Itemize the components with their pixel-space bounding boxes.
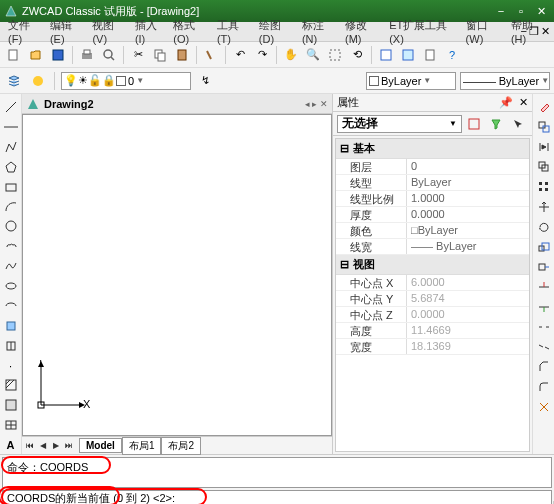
layer-manager-button[interactable] [4,71,24,91]
selection-combo[interactable]: 无选择 ▼ [337,115,462,133]
mdi-minimize-button[interactable]: − [521,25,527,38]
point-button[interactable]: · [2,357,20,375]
prop-layer-value[interactable]: 0 [406,159,529,174]
array-button[interactable] [535,178,553,196]
chamfer-button[interactable] [535,358,553,376]
prop-linetype-value[interactable]: ByLayer [406,175,529,190]
color-combo[interactable]: ByLayer ▼ [366,72,456,90]
region-button[interactable] [2,396,20,414]
fillet-button[interactable] [535,378,553,396]
cut-button[interactable]: ✂ [128,45,148,65]
explode-button[interactable] [535,398,553,416]
prop-lineweight-value[interactable]: —— ByLayer [406,239,529,254]
rect-button[interactable] [2,178,20,196]
menu-modify[interactable]: 修改(M) [341,16,385,47]
new-button[interactable] [4,45,24,65]
mtext-button[interactable]: A [2,436,20,454]
drawing-tab-controls[interactable]: ◂ ▸ ✕ [305,99,328,109]
tab-next-button[interactable]: ▶ [50,439,62,453]
stretch-button[interactable] [535,258,553,276]
tab-model[interactable]: Model [79,438,122,453]
quick-select-button[interactable] [486,114,506,134]
trim-button[interactable] [535,278,553,296]
print-button[interactable] [77,45,97,65]
select-objects-button[interactable] [508,114,528,134]
offset-button[interactable] [535,158,553,176]
properties-close-button[interactable]: ✕ [519,96,528,109]
join-button[interactable] [535,338,553,356]
mdi-close-button[interactable]: ✕ [541,25,550,38]
mdi-restore-button[interactable]: ❐ [529,25,539,38]
polygon-button[interactable] [2,158,20,176]
block-button[interactable] [2,337,20,355]
circle-button[interactable] [2,217,20,235]
menu-draw[interactable]: 绘图(D) [255,16,298,47]
menu-edit[interactable]: 编辑(E) [46,16,88,47]
toggle-pai-button[interactable] [464,114,484,134]
preview-button[interactable] [99,45,119,65]
zoom-prev-button[interactable]: ⟲ [347,45,367,65]
hatch-button[interactable] [2,376,20,394]
prop-thickness-value[interactable]: 0.0000 [406,207,529,222]
menu-view[interactable]: 视图(V) [88,16,130,47]
erase-button[interactable] [535,98,553,116]
copy-button[interactable] [150,45,170,65]
table-button[interactable] [2,416,20,434]
ellipse-arc-button[interactable] [2,297,20,315]
save-button[interactable] [48,45,68,65]
copy2-button[interactable] [535,118,553,136]
extend-button[interactable] [535,298,553,316]
prop-group-view[interactable]: ⊟视图 [336,255,529,275]
properties-pin-button[interactable]: 📌 [499,96,513,109]
move-button[interactable] [535,198,553,216]
arc-button[interactable] [2,197,20,215]
undo-button[interactable]: ↶ [230,45,250,65]
break-button[interactable] [535,318,553,336]
tab-layout2[interactable]: 布局2 [161,437,201,455]
tab-first-button[interactable]: ⏮ [24,439,36,453]
redo-button[interactable]: ↷ [252,45,272,65]
match-button[interactable] [201,45,221,65]
layer-prev-button[interactable]: ↯ [195,71,215,91]
prop-ltscale-value[interactable]: 1.0000 [406,191,529,206]
open-button[interactable] [26,45,46,65]
menu-et[interactable]: ET扩展工具(X) [385,16,461,47]
dc-button[interactable] [398,45,418,65]
menu-insert[interactable]: 插入(I) [131,16,169,47]
layer-combo[interactable]: 💡☀🔓🔒 0 ▼ [61,72,191,90]
pline-button[interactable] [2,138,20,156]
scale-button[interactable] [535,238,553,256]
paste-button[interactable] [172,45,192,65]
line-button[interactable] [2,98,20,116]
tab-layout1[interactable]: 布局1 [122,437,162,455]
prop-group-basic[interactable]: ⊟基本 [336,139,529,159]
linetype-combo[interactable]: ——— ByLayer ▼ [460,72,550,90]
prop-width-value: 18.1369 [406,339,529,354]
properties-button[interactable] [376,45,396,65]
tab-prev-button[interactable]: ◀ [37,439,49,453]
help-button[interactable]: ? [442,45,462,65]
drawing-tab-label[interactable]: Drawing2 [44,98,94,110]
zoom-rt-button[interactable]: 🔍 [303,45,323,65]
xline-button[interactable] [2,118,20,136]
layer-state-button[interactable] [28,71,48,91]
menu-dim[interactable]: 标注(N) [298,16,341,47]
menu-format[interactable]: 格式(O) [169,16,213,47]
insert-button[interactable] [2,317,20,335]
menu-file[interactable]: 文件(F) [4,16,46,47]
ellipse-button[interactable] [2,277,20,295]
calc-button[interactable] [420,45,440,65]
prop-color-value[interactable]: □ByLayer [406,223,529,238]
menu-window[interactable]: 窗口(W) [462,16,507,47]
spline-button[interactable] [2,257,20,275]
pan-button[interactable]: ✋ [281,45,301,65]
drawing-canvas[interactable]: X Y [22,114,332,436]
tab-last-button[interactable]: ⏭ [63,439,75,453]
menu-tools[interactable]: 工具(T) [213,16,255,47]
rotate-button[interactable] [535,218,553,236]
mirror-button[interactable] [535,138,553,156]
revcloud-button[interactable] [2,237,20,255]
zoom-window-button[interactable] [325,45,345,65]
command-history[interactable]: 命令：COORDS [2,457,552,488]
command-input[interactable]: COORDS的新当前值 (0 到 2) <2>: [2,490,552,504]
